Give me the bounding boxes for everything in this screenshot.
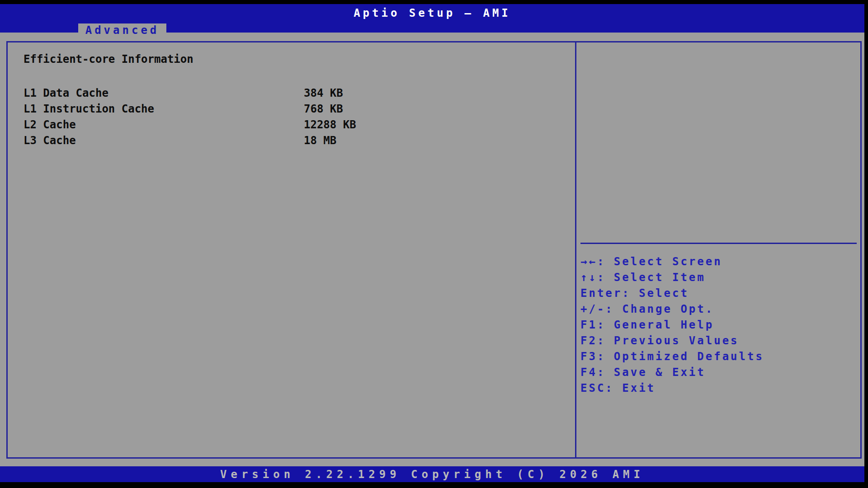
help-key-select-item: ↑↓: Select Item [580, 271, 706, 284]
cache-item-value: 384 KB [304, 87, 343, 99]
cache-item-label: L1 Data Cache [24, 87, 108, 99]
cache-item-value: 768 KB [304, 103, 343, 115]
help-key-f4-save-exit: F4: Save & Exit [580, 366, 706, 379]
help-panel-divider-vertical [575, 42, 576, 457]
footer-bar: Version 2.22.1299 Copyright (C) 2026 AMI [0, 466, 864, 482]
cache-item-label: L3 Cache [24, 134, 76, 147]
section-heading: Efficient-core Information [24, 53, 193, 66]
help-key-enter-select: Enter: Select [580, 287, 689, 300]
help-key-f2-previous-values: F2: Previous Values [580, 334, 739, 347]
header-bar: Aptio Setup – AMI Advanced [0, 4, 864, 33]
bios-setup-screen: Aptio Setup – AMI Advanced Efficient-cor… [0, 0, 868, 488]
version-copyright-text: Version 2.22.1299 Copyright (C) 2026 AMI [0, 468, 864, 481]
page-title: Aptio Setup – AMI [0, 6, 864, 20]
cache-item-label: L1 Instruction Cache [24, 103, 154, 115]
help-key-esc-exit: ESC: Exit [580, 382, 656, 394]
screen-right-black-strip [864, 0, 868, 488]
help-key-change-opt: +/-: Change Opt. [580, 303, 714, 315]
help-key-f1-general-help: F1: General Help [580, 319, 714, 331]
cache-item-value: 12288 KB [304, 118, 356, 131]
cache-item-label: L2 Cache [24, 118, 76, 131]
help-panel-divider-horizontal [580, 243, 857, 244]
cache-item-value: 18 MB [304, 134, 336, 147]
tab-advanced[interactable]: Advanced [78, 23, 166, 37]
help-key-f3-optimized-defaults: F3: Optimized Defaults [580, 350, 764, 363]
main-panel: Efficient-core Information L1 Data Cache… [6, 41, 862, 459]
screen-bottom-black-strip [0, 482, 868, 488]
help-key-select-screen: →←: Select Screen [580, 255, 722, 268]
screen-top-black-strip [0, 0, 868, 4]
